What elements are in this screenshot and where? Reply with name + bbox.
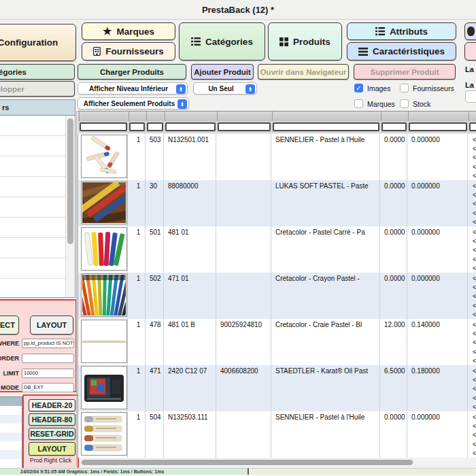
column-header-ean[interactable] [218, 112, 271, 121]
cell-name: SENNELIER - Pastel à l'Huile [275, 136, 379, 145]
query-label-order: ORDER [0, 355, 19, 362]
column-header-qty[interactable] [130, 112, 145, 121]
checkbox-stock[interactable]: Stock [400, 99, 430, 108]
cell-price: 0.0000 [384, 182, 407, 191]
cell-ref: N132501.001 [168, 136, 216, 145]
column-separator [146, 112, 147, 121]
cell-qty: 1 [132, 182, 145, 191]
filter-input-id[interactable] [147, 122, 163, 131]
table-row[interactable]: 1502471 01Cretacolor - Crayon Pastel -0.… [78, 273, 476, 319]
developper-button[interactable]: Développer [0, 81, 75, 97]
charger-produits-button[interactable]: Charger Produits [78, 64, 186, 80]
fournisseurs-button[interactable]: Fournisseurs [82, 42, 175, 61]
query-label-limit: LIMIT [0, 370, 19, 377]
cell-name: Cretacolor - Pastel Carré - Pa [275, 228, 379, 237]
cell-id: 471 [150, 367, 163, 376]
tree-header[interactable]: rs [0, 100, 75, 116]
tree-row[interactable] [0, 197, 65, 218]
filter-input-name[interactable] [273, 122, 379, 131]
table-row[interactable]: 13088080000LUKAS SOFT PASTEL - Paste0.00… [78, 180, 476, 226]
table-row[interactable]: 1503N132501.001SENNELIER - Pastel à l'Hu… [78, 134, 476, 180]
cell-desc-line: < [473, 311, 476, 318]
supprimer-produit-button[interactable]: Supprimer Produit [354, 64, 456, 80]
cell-desc-line: < [473, 136, 476, 143]
ajouter-produit-button[interactable]: Ajouter Produit [191, 64, 254, 80]
grid-button-reset-grid[interactable]: RESET-GRID [29, 428, 75, 440]
column-header-price[interactable] [382, 112, 407, 121]
categories-button[interactable]: Catégories [179, 22, 265, 61]
tree-row[interactable] [0, 238, 65, 258]
query-field-limit[interactable]: 10000 [22, 369, 74, 378]
partial-toolbar-button-bottom[interactable] [464, 42, 476, 61]
tree-row[interactable] [0, 156, 65, 177]
cell-ref: N132503.111 [168, 413, 216, 422]
cell-qty: 1 [132, 367, 145, 376]
cell-desc-line: < [473, 431, 476, 439]
column-header-ref[interactable] [166, 112, 216, 121]
filter-input-image[interactable] [80, 122, 127, 131]
column-header-name[interactable] [273, 112, 379, 121]
cell-desc-line: < [473, 376, 476, 384]
filter-input-desc[interactable] [469, 122, 476, 131]
tree-row[interactable] [0, 218, 65, 238]
table-hscrollbar-track[interactable] [79, 458, 475, 466]
column-header-weight[interactable] [409, 112, 467, 121]
caracteristiques-button[interactable]: Caractéristiques [347, 42, 456, 61]
mini-grid-row [0, 441, 22, 450]
ouvrir-navigateur-button[interactable]: Ouvrir dans Navigateur [258, 64, 349, 80]
cell-desc-line: < [473, 172, 476, 180]
marques-button[interactable]: ★ Marques [82, 22, 175, 40]
filter-input-ean[interactable] [218, 122, 271, 131]
tree-scrollbar-thumb[interactable] [67, 118, 73, 244]
grid-button-header-20[interactable]: HEADER-20 [29, 399, 75, 411]
bars-icon [358, 48, 368, 56]
stepper-icon: ▲▼ [245, 84, 255, 94]
table-header-row [78, 111, 476, 122]
query-field-order[interactable] [22, 354, 74, 363]
produits-button[interactable]: Produits [268, 22, 342, 61]
table-row[interactable]: 14712420 C12 074006608200STAEDTLER - Kar… [78, 365, 476, 411]
cell-ean [220, 413, 271, 422]
layout-button-top[interactable]: LAYOUT [30, 316, 73, 335]
tree-row[interactable] [0, 116, 65, 136]
filter-input-weight[interactable] [409, 122, 467, 131]
attributs-button[interactable]: Attributs [347, 22, 456, 40]
tree-row[interactable] [0, 279, 65, 299]
charger-categories-button[interactable]: Charger Catégories [0, 64, 75, 80]
cell-desc-line: < [473, 163, 476, 171]
un-seul-dropdown[interactable]: Un Seul ▲▼ [193, 82, 257, 95]
tree-row[interactable] [0, 258, 65, 279]
cell-desc-line: < [473, 256, 476, 263]
checkbox-images[interactable]: ✓Images [354, 84, 390, 92]
column-header-image[interactable] [80, 112, 127, 121]
product-image [81, 135, 127, 178]
checkbox-marques[interactable]: Marques [354, 99, 395, 108]
cell-price: 0.0000 [384, 413, 407, 422]
langue-field[interactable] [465, 90, 476, 103]
partial-toolbar-button-top[interactable] [464, 22, 476, 40]
grid-button-layout[interactable]: LAYOUT [29, 442, 75, 456]
configuration-button[interactable]: Configuration [0, 24, 76, 61]
niveau-dropdown[interactable]: Afficher Niveau Inférieur ▲▼ [78, 82, 188, 95]
table-row[interactable]: 1504N132503.111SENNELIER - Pastel à l'Hu… [78, 411, 476, 458]
query-field-where[interactable]: pp.id_product IS NOT [22, 339, 74, 348]
select-button[interactable]: SELECT [0, 316, 19, 335]
checkbox-fournisseurs[interactable]: Fournisseurs [400, 84, 454, 92]
column-header-desc[interactable] [470, 112, 476, 121]
grid-button-header-80[interactable]: HEADER-80 [29, 413, 75, 426]
cell-ean [220, 182, 271, 191]
column-header-id[interactable] [148, 112, 163, 121]
filter-input-qty[interactable] [129, 122, 145, 131]
product-image [81, 273, 127, 317]
seulement-dropdown[interactable]: Afficher Seulement Produits ▲▼ [78, 97, 189, 109]
table-hscrollbar-thumb[interactable] [82, 460, 413, 465]
query-field-mode[interactable]: DB_EXT [22, 383, 74, 392]
cell-qty: 1 [132, 228, 145, 237]
tree-row[interactable] [0, 177, 65, 197]
filter-input-price[interactable] [381, 122, 407, 131]
tree-row[interactable] [0, 136, 65, 156]
table-row[interactable]: 1501481 01Cretacolor - Pastel Carré - Pa… [78, 226, 476, 273]
query-panel: SELECT LAYOUT WHEREpp.id_product IS NOTO… [0, 299, 77, 392]
filter-input-ref[interactable] [165, 122, 216, 131]
table-row[interactable]: 1478481 01 B90025924810Cretacolor - Crai… [78, 319, 476, 365]
